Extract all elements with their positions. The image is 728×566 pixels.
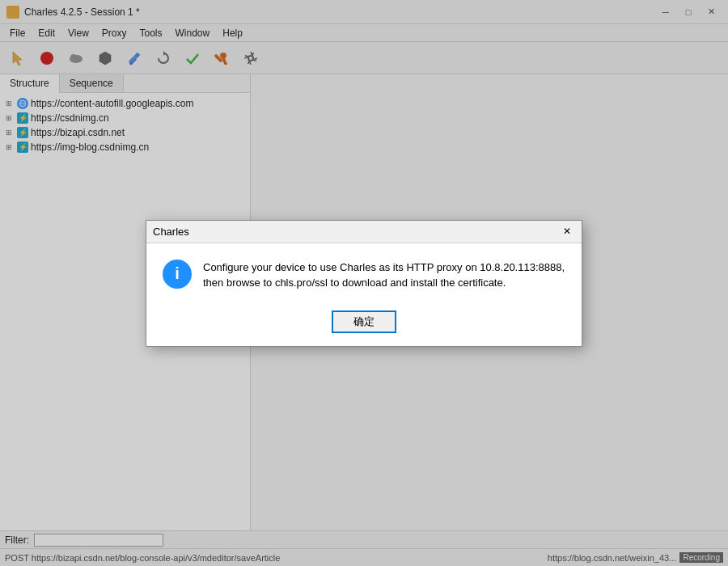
dialog-title: Charles	[153, 226, 189, 238]
dialog: Charles ✕ i Configure your device to use…	[146, 220, 582, 347]
dialog-overlay: Charles ✕ i Configure your device to use…	[0, 0, 728, 566]
dialog-message: Configure your device to use Charles as …	[203, 260, 565, 291]
dialog-title-bar: Charles ✕	[146, 221, 582, 243]
dialog-ok-button[interactable]: 确定	[332, 310, 396, 333]
dialog-close-button[interactable]: ✕	[559, 223, 575, 239]
info-icon: i	[163, 260, 192, 289]
dialog-body: i Configure your device to use Charles a…	[146, 243, 582, 304]
dialog-footer: 确定	[146, 304, 582, 346]
